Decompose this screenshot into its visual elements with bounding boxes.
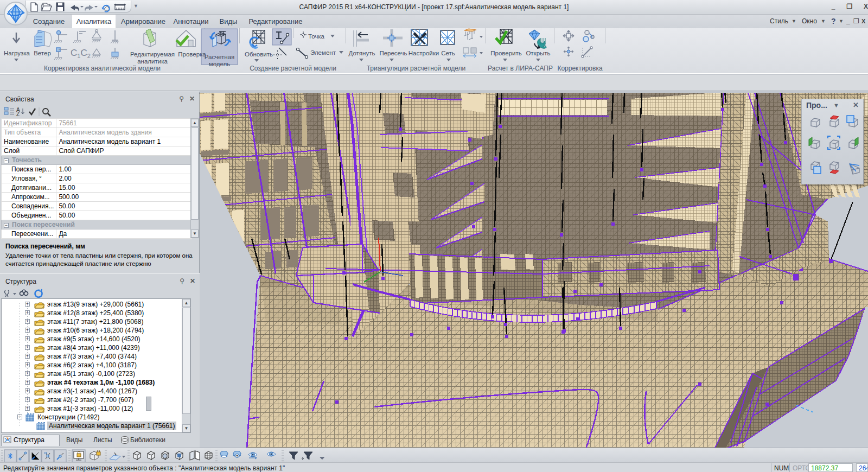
svg-text:Листы: Листы <box>93 436 112 444</box>
svg-text:Виды: Виды <box>66 436 82 444</box>
svg-text:Библиотеки: Библиотеки <box>130 436 165 444</box>
svg-text:Структура: Структура <box>14 436 44 444</box>
svg-text:C1C2: C1C2 <box>71 48 91 59</box>
svg-text:Z: Z <box>16 111 20 117</box>
